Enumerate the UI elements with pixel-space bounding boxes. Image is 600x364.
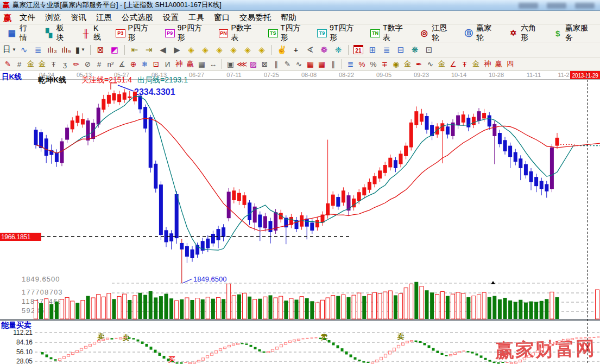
ink-pen-button[interactable]: ✒ — [413, 59, 425, 69]
expand-button[interactable]: ◈ — [241, 43, 254, 56]
snowflake-tool-button[interactable]: ❄ — [139, 59, 150, 69]
red-grid-2-button[interactable]: ▦ — [316, 59, 327, 69]
grid-123-button[interactable]: ▦ — [196, 59, 207, 69]
9p-square-label: 9P四方形 — [178, 23, 209, 43]
pane-divider[interactable] — [0, 319, 600, 321]
pattern-tool-button[interactable]: ⊠ — [94, 43, 107, 56]
red-grid-1-button[interactable]: ▦ — [305, 59, 316, 69]
winner-service-label: 赢家服务 — [565, 23, 595, 43]
toolbar-button-p-table[interactable]: PNP数字表 — [214, 22, 263, 44]
gann-wheel-icon: ◎ — [420, 29, 430, 38]
toolbar-button-hexagon[interactable]: ✡六角形 — [503, 22, 548, 44]
wave2-button[interactable]: ∿ — [293, 59, 305, 69]
cross-box-button[interactable]: ⊠ — [259, 59, 270, 69]
stats-tool-button[interactable]: ≣ — [345, 59, 356, 69]
wave-tool-button[interactable]: ∿ — [17, 43, 30, 56]
diag-box-icon: ▨ — [250, 60, 257, 68]
parallel2-button[interactable]: ∥ — [327, 59, 339, 69]
angle-tool-button[interactable]: ∢ — [304, 43, 317, 56]
toolbar-button-quotes[interactable]: ▦行情 — [2, 22, 39, 44]
window-controls[interactable] — [519, 3, 595, 9]
notes-button[interactable]: ≣ — [380, 43, 393, 56]
bars3-tool-button[interactable]: ılı₃ — [46, 43, 59, 56]
full-view-button[interactable]: ◈ — [255, 43, 268, 56]
calculator-button[interactable]: ⊞ — [366, 43, 379, 56]
toolbar-button-winner-wheel[interactable]: Ⓑ赢家轮 — [459, 22, 503, 44]
toolbar-button-t-square[interactable]: TST四方形 — [263, 22, 312, 44]
gold-circle-button[interactable]: ◉ — [390, 59, 402, 69]
zoom-in-button[interactable]: ◈ — [213, 43, 226, 56]
crosshair-tool-button[interactable]: + — [289, 43, 302, 56]
toolbar-button-9t-square[interactable]: T99T四方形 — [312, 22, 365, 44]
n-square-button[interactable]: n² — [105, 59, 116, 69]
calendar-button[interactable]: 21 — [352, 43, 365, 56]
grid2-tool-button[interactable]: # — [93, 59, 105, 69]
expand-icon: ◈ — [244, 45, 251, 55]
last-page-button[interactable]: ⇥ — [142, 43, 155, 56]
clock-tool-button[interactable]: ⊘ — [82, 59, 93, 69]
zoom-out-button[interactable]: ◈ — [227, 43, 240, 56]
protractor-button[interactable]: ∡ — [116, 59, 128, 69]
parallel-lines-button[interactable]: ∥ — [270, 59, 282, 69]
spiral-tool-button[interactable]: ❈ — [332, 43, 345, 56]
save-button[interactable]: ⊟ — [394, 43, 407, 56]
hand-tool-button[interactable]: ✌ — [275, 43, 288, 56]
gold-tool-2-button[interactable]: 金 — [36, 59, 48, 69]
draw-pencil-button[interactable]: ✎ — [2, 59, 14, 69]
zoom-left-button[interactable]: ◈ — [185, 43, 198, 56]
percent-button[interactable]: % — [368, 59, 379, 69]
period-selector-button[interactable]: 日▼ — [3, 43, 16, 56]
zoom-right-button[interactable]: ◈ — [199, 43, 212, 56]
f-angle-button[interactable]: Ŧ — [459, 59, 470, 69]
pct-levels-button[interactable]: ∓ — [379, 59, 390, 69]
toolbar-button-p-square[interactable]: P3P四方形 — [111, 22, 160, 44]
list-tool-button[interactable]: ≣ — [31, 43, 45, 56]
h-measure-button[interactable]: ↔ — [207, 59, 219, 69]
ying-angle-button[interactable]: 赢 — [493, 59, 504, 69]
toolbar-button-sectors[interactable]: ▚板块 — [39, 22, 76, 44]
zoom-out-icon: ◈ — [230, 45, 237, 55]
gold-angle-button[interactable]: 金 — [470, 59, 482, 69]
gold-underline-button[interactable]: 金 — [436, 59, 447, 69]
window-control-blur-3[interactable] — [575, 3, 595, 9]
f-tool-button[interactable]: Ŧ — [48, 59, 59, 69]
ying-tool-button[interactable]: 赢 — [185, 59, 196, 69]
shen-angle-button[interactable]: 神 — [482, 59, 493, 69]
histogram-flag-button[interactable]: ◩ — [108, 43, 121, 56]
toolbar-button-gann-wheel[interactable]: ◎江恩轮 — [415, 22, 459, 44]
first-page-button[interactable]: ⇤ — [128, 43, 141, 56]
shen-tool-button[interactable]: 神 — [173, 59, 185, 69]
four-angle-button[interactable]: 四 — [504, 59, 516, 69]
bars9-tool-button[interactable]: ılı₉ — [60, 43, 73, 56]
window-control-blur-2[interactable] — [547, 3, 566, 9]
gann-flower-button[interactable]: ❁ — [318, 43, 331, 56]
step-back-button[interactable]: ◀ — [156, 43, 169, 56]
wave-n-button[interactable]: И — [162, 59, 173, 69]
box-tool-button[interactable]: ▣ — [225, 59, 236, 69]
fan-lines-button[interactable]: ⋘ — [236, 59, 248, 69]
zoom-left-icon: ◈ — [188, 45, 194, 55]
curve-tool-button[interactable]: ʒ — [59, 59, 71, 69]
window-control-blur-1[interactable] — [519, 3, 538, 9]
percent-line-button[interactable]: % — [356, 59, 368, 69]
network-button[interactable]: ❋ — [408, 43, 421, 56]
print-button[interactable]: ⊡ — [422, 43, 435, 56]
toolbar-button-kline[interactable]: ╫K线 — [76, 22, 111, 44]
gold-line-icon: 金 — [404, 59, 412, 69]
date-tick-08-08: 08-08 — [301, 72, 317, 78]
gold-line-button[interactable]: 金 — [402, 59, 413, 69]
pencil-dots-button[interactable]: ✏ — [71, 59, 82, 69]
square-target-button[interactable]: ⊡ — [150, 59, 162, 69]
wave-a-button[interactable]: ∿ — [425, 59, 436, 69]
toolbar-button-t-table[interactable]: TNT数字表 — [365, 22, 414, 44]
candle-type-button[interactable]: ▮▼ — [74, 43, 87, 56]
pencil2-button[interactable]: ✎ — [282, 59, 293, 69]
circle-cross-button[interactable]: ⊕ — [128, 59, 139, 69]
diag-box-button[interactable]: ▨ — [248, 59, 259, 69]
grid-ruler-button[interactable]: # — [14, 59, 25, 69]
j-angle-button[interactable]: ∠ — [447, 59, 459, 69]
toolbar-button-9p-square[interactable]: P99P四方形 — [160, 22, 214, 44]
step-forward-button[interactable]: ▶ — [170, 43, 184, 56]
gold-tool-1-button[interactable]: 金 — [25, 59, 36, 69]
toolbar-button-winner-service[interactable]: $赢家服务 — [548, 22, 600, 44]
